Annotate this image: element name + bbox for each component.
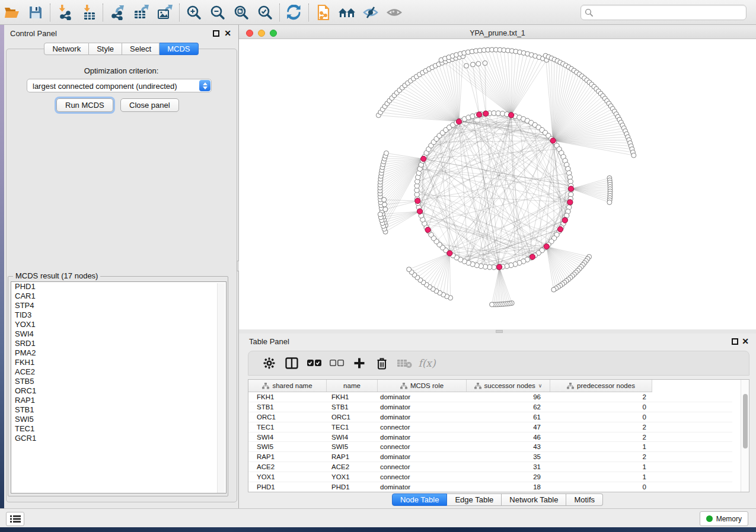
mcds-result-item[interactable]: GCR1	[11, 434, 226, 443]
export-table-button[interactable]	[129, 2, 153, 23]
table-row[interactable]: YOX1YOX1connector291	[248, 472, 732, 482]
tab-network-table[interactable]: Network Table	[502, 493, 566, 506]
table-header-row: shared namenameMCDS rolesuccessor nodes∨…	[248, 380, 652, 392]
export-network-button[interactable]	[106, 2, 129, 23]
control-panel-float-button[interactable]	[213, 30, 219, 37]
column-header-name[interactable]: name	[327, 380, 378, 392]
select-all-rows-button[interactable]	[303, 354, 326, 372]
zoom-in-button[interactable]	[182, 2, 206, 23]
mcds-result-item[interactable]: FKH1	[11, 358, 226, 367]
tab-mcds[interactable]: MCDS	[160, 43, 198, 55]
table-scrollbar-thumb[interactable]	[743, 394, 748, 448]
home-button[interactable]	[335, 2, 359, 23]
mcds-result-list[interactable]: PHD1CAR1STP4TID3YOX1SWI4SRD1PMA2FKH1ACE2…	[11, 281, 227, 493]
zoom-selected-icon	[257, 5, 273, 20]
horizontal-splitter-handle[interactable]	[496, 330, 503, 333]
tab-select[interactable]: Select	[122, 43, 160, 55]
cell-predecessor-nodes: 2	[550, 393, 652, 400]
table-row[interactable]: FKH1FKH1dominator962	[248, 392, 732, 402]
column-header-MCDS-role[interactable]: MCDS role	[378, 380, 467, 392]
tab-network[interactable]: Network	[44, 43, 89, 55]
function-builder-button[interactable]: f(x)	[416, 354, 438, 372]
mcds-result-item[interactable]: CAR1	[11, 291, 226, 301]
column-header-shared-name[interactable]: shared name	[248, 380, 327, 392]
zoom-fit-button[interactable]	[229, 2, 253, 23]
delete-column-button[interactable]	[371, 354, 393, 372]
mcds-result-item[interactable]: ACE2	[11, 367, 226, 377]
cell-successor-nodes: 46	[467, 434, 550, 441]
show-panels-button[interactable]	[6, 512, 24, 526]
mcds-result-item[interactable]: PHD1	[11, 282, 226, 291]
mcds-result-item[interactable]: STB5	[11, 377, 226, 386]
share-document-button[interactable]	[311, 2, 335, 23]
table-row[interactable]: ACE2ACE2connector311	[248, 462, 732, 472]
export-image-button[interactable]	[153, 2, 177, 23]
sort-indicator-icon: ∨	[538, 383, 543, 389]
show-columns-button[interactable]	[280, 354, 303, 372]
memory-label: Memory	[716, 515, 742, 523]
deselect-all-rows-button[interactable]	[326, 354, 348, 372]
table-panel-close-button[interactable]: ✕	[742, 336, 749, 346]
import-network-icon	[57, 5, 72, 20]
network-canvas[interactable]	[239, 39, 756, 329]
control-panel-close-button[interactable]: ✕	[224, 28, 231, 38]
cell-shared-name: YOX1	[248, 473, 327, 480]
mcds-result-item[interactable]: STP4	[11, 301, 226, 310]
zoom-selected-button[interactable]	[253, 2, 277, 23]
table-row[interactable]: SWI5SWI5connector431	[248, 442, 732, 452]
mcds-result-item[interactable]: SWI4	[11, 329, 226, 339]
import-network-button[interactable]	[53, 2, 76, 23]
cell-predecessor-nodes: 1	[550, 463, 652, 470]
table-settings-button[interactable]	[258, 354, 280, 372]
tab-motifs[interactable]: Motifs	[566, 493, 603, 506]
tab-style[interactable]: Style	[89, 43, 122, 55]
table-row[interactable]: TEC1TEC1connector472	[248, 422, 732, 432]
run-mcds-button[interactable]: Run MCDS	[56, 98, 113, 112]
zoom-fit-icon	[234, 5, 249, 20]
import-table-button[interactable]	[76, 2, 100, 23]
mcds-result-item[interactable]: ORC1	[11, 386, 226, 396]
table-scrollbar[interactable]	[741, 380, 749, 492]
apply-layout-button[interactable]	[282, 2, 306, 23]
memory-button[interactable]: Memory	[700, 511, 748, 526]
optimization-criterion-select[interactable]: largest connected component (undirected)	[27, 79, 212, 92]
list-icon	[10, 515, 21, 523]
table-row[interactable]: SWI4SWI4dominator462	[248, 432, 732, 443]
column-header-successor-nodes[interactable]: successor nodes∨	[467, 380, 550, 392]
hide-graphics-button[interactable]	[359, 2, 382, 23]
tab-edge-table[interactable]: Edge Table	[447, 493, 502, 506]
tab-node-table[interactable]: Node Table	[392, 493, 448, 506]
close-panel-button[interactable]: Close panel	[120, 98, 179, 112]
table-row[interactable]: STB1STB1dominator620	[248, 402, 732, 412]
mcds-result-item[interactable]: TID3	[11, 310, 226, 320]
column-type-icon	[474, 383, 481, 389]
gear-icon	[263, 357, 275, 369]
mcds-result-item[interactable]: SRD1	[11, 339, 226, 348]
column-header-predecessor-nodes[interactable]: predecessor nodes	[550, 380, 652, 392]
mcds-result-item[interactable]: TEC1	[11, 424, 226, 434]
network-window-titlebar[interactable]: YPA_prune.txt_1	[239, 27, 756, 39]
mcds-result-item[interactable]: YOX1	[11, 320, 226, 329]
mcds-list-scrollbar[interactable]	[217, 283, 225, 493]
show-graphics-button[interactable]	[382, 2, 406, 23]
save-session-button[interactable]	[24, 2, 47, 23]
search-input[interactable]	[595, 6, 744, 19]
cell-name: ORC1	[327, 414, 378, 421]
mcds-result-item[interactable]: SWI5	[11, 415, 226, 424]
mcds-result-item[interactable]: PMA2	[11, 348, 226, 358]
table-row[interactable]: RAP1RAP1dominator352	[248, 452, 732, 462]
mcds-result-item[interactable]: RAP1	[11, 396, 226, 405]
main-toolbar	[0, 0, 756, 25]
table-row[interactable]: ORC1ORC1dominator610	[248, 412, 732, 422]
open-file-button[interactable]	[0, 2, 24, 23]
mcds-result-item[interactable]: STB1	[11, 405, 226, 415]
table-row[interactable]: PHD1PHD1dominator180	[248, 482, 732, 492]
node-table: shared namenameMCDS rolesuccessor nodes∨…	[248, 379, 749, 492]
horizontal-splitter[interactable]	[239, 329, 756, 334]
delete-table-button[interactable]	[393, 354, 416, 372]
network-view[interactable]	[239, 39, 756, 329]
zoom-out-button[interactable]	[206, 2, 229, 23]
table-panel-float-button[interactable]	[732, 338, 738, 345]
create-column-button[interactable]	[348, 354, 371, 372]
cell-successor-nodes: 35	[467, 453, 550, 460]
